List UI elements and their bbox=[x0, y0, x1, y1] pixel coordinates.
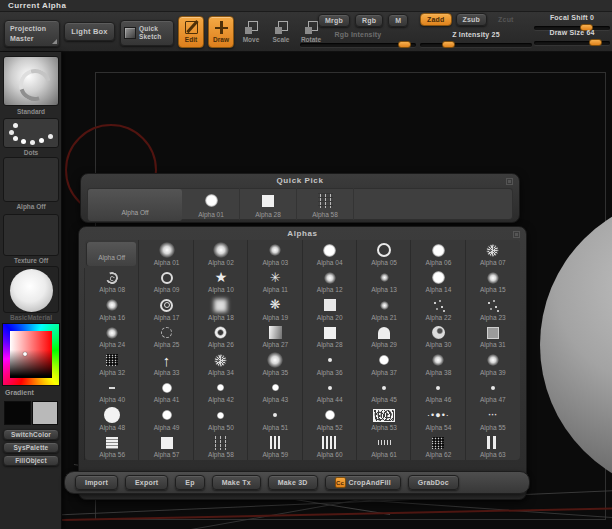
alpha-item[interactable]: Alpha 27 bbox=[248, 323, 302, 351]
sculpt-mode-button[interactable]: Zcut bbox=[491, 13, 521, 26]
alpha-item[interactable]: Alpha 39 bbox=[466, 350, 520, 378]
alpha-item[interactable]: Alpha 43 bbox=[248, 378, 302, 406]
alpha-item[interactable]: Alpha 08 bbox=[85, 268, 139, 296]
tray-button[interactable]: SysPalette bbox=[3, 442, 59, 453]
alpha-item[interactable]: Alpha 47 bbox=[466, 378, 520, 406]
alpha-slot-thumbnail[interactable] bbox=[3, 157, 59, 202]
alpha-item[interactable]: Alpha 28 bbox=[303, 323, 357, 351]
sculpt-mode-button[interactable]: Zsub bbox=[456, 13, 488, 26]
alpha-item[interactable]: Alpha 52 bbox=[303, 405, 357, 433]
gradient-toggle[interactable]: Gradient bbox=[0, 389, 62, 396]
mode-button[interactable]: Move bbox=[238, 16, 264, 48]
quick-pick-item[interactable]: Alpha 28 bbox=[240, 188, 297, 220]
material-thumbnail[interactable] bbox=[3, 266, 59, 313]
alpha-item[interactable]: Alpha 56 bbox=[85, 433, 139, 461]
alpha-item[interactable]: Alpha Off bbox=[87, 242, 136, 266]
alpha-item[interactable]: Alpha 48 bbox=[85, 405, 139, 433]
alpha-item[interactable]: Alpha 09 bbox=[139, 268, 193, 296]
alpha-item[interactable]: Alpha 45 bbox=[357, 378, 411, 406]
alphas-title[interactable]: Alphas bbox=[79, 229, 526, 238]
rgb-intensity-slider[interactable]: Rgb Intensity bbox=[300, 31, 416, 47]
alpha-item[interactable]: Alpha 07 bbox=[466, 240, 520, 268]
brush-thumbnail[interactable] bbox=[3, 56, 59, 106]
alpha-item[interactable]: Alpha 20 bbox=[303, 295, 357, 323]
alpha-item[interactable]: Alpha 01 bbox=[139, 240, 193, 268]
action-button[interactable]: Make Tx bbox=[212, 475, 261, 490]
z-intensity-track[interactable] bbox=[420, 43, 532, 47]
texture-slot-thumbnail[interactable] bbox=[3, 214, 59, 256]
color-mode-button[interactable]: Mrgb bbox=[318, 14, 350, 27]
alpha-item[interactable]: Alpha 22 bbox=[411, 295, 465, 323]
rgb-intensity-track[interactable] bbox=[300, 43, 416, 47]
alpha-item[interactable]: Alpha 17 bbox=[139, 295, 193, 323]
alpha-item[interactable]: Alpha 60 bbox=[303, 433, 357, 461]
rgb-intensity-handle[interactable] bbox=[398, 41, 411, 48]
panel-corner-icon[interactable] bbox=[513, 231, 520, 238]
alpha-item[interactable]: Alpha 57 bbox=[139, 433, 193, 461]
alpha-item[interactable]: Alpha 18 bbox=[194, 295, 248, 323]
alpha-item[interactable]: Alpha 12 bbox=[303, 268, 357, 296]
alpha-item[interactable]: Alpha 40 bbox=[85, 378, 139, 406]
alpha-item[interactable]: Alpha 13 bbox=[357, 268, 411, 296]
light-box-button[interactable]: Light Box bbox=[64, 22, 115, 41]
quick-pick-item[interactable]: Alpha 58 bbox=[297, 188, 354, 220]
alpha-item[interactable]: Alpha 29 bbox=[357, 323, 411, 351]
alpha-item[interactable]: Alpha 03 bbox=[248, 240, 302, 268]
stroke-thumbnail[interactable] bbox=[3, 118, 59, 148]
alpha-item[interactable]: Alpha 35 bbox=[248, 350, 302, 378]
mode-button[interactable]: Draw bbox=[208, 16, 234, 48]
alpha-item[interactable]: Alpha 23 bbox=[466, 295, 520, 323]
main-color-swatch[interactable] bbox=[4, 401, 31, 425]
alpha-item[interactable]: Alpha 15 bbox=[466, 268, 520, 296]
alpha-item[interactable]: Alpha 04 bbox=[303, 240, 357, 268]
alpha-item[interactable]: Alpha 11 bbox=[248, 268, 302, 296]
alpha-item[interactable]: Alpha 58 bbox=[194, 433, 248, 461]
alpha-item[interactable]: Alpha 59 bbox=[248, 433, 302, 461]
action-button[interactable]: CropAndFill bbox=[325, 475, 401, 490]
quick-pick-item[interactable]: Alpha 01 bbox=[183, 188, 240, 220]
alpha-item[interactable]: Alpha 38 bbox=[411, 350, 465, 378]
alpha-item[interactable]: Alpha 34 bbox=[194, 350, 248, 378]
quick-pick-title[interactable]: Quick Pick bbox=[81, 176, 519, 185]
alpha-item[interactable]: Alpha 06 bbox=[411, 240, 465, 268]
alpha-item[interactable]: Alpha 24 bbox=[85, 323, 139, 351]
draw-size-track[interactable] bbox=[534, 41, 610, 45]
alpha-item[interactable]: Alpha 63 bbox=[466, 433, 520, 461]
alpha-item[interactable]: Alpha 44 bbox=[303, 378, 357, 406]
alpha-item[interactable]: Alpha 42 bbox=[194, 378, 248, 406]
alpha-item[interactable]: Alpha 46 bbox=[411, 378, 465, 406]
alpha-item[interactable]: Alpha 31 bbox=[466, 323, 520, 351]
alpha-item[interactable]: Alpha 41 bbox=[139, 378, 193, 406]
alpha-item[interactable]: Alpha 10 bbox=[194, 268, 248, 296]
action-button[interactable]: Ep bbox=[175, 475, 204, 490]
alpha-item[interactable]: Alpha 49 bbox=[139, 405, 193, 433]
mode-button[interactable]: Edit bbox=[178, 16, 204, 48]
action-button[interactable]: Export bbox=[125, 475, 168, 490]
quick-pick-item[interactable]: Alpha Off bbox=[88, 189, 182, 221]
panel-corner-icon[interactable] bbox=[506, 178, 513, 185]
alpha-item[interactable]: Alpha 33 bbox=[139, 350, 193, 378]
alpha-item[interactable]: Alpha 14 bbox=[411, 268, 465, 296]
tray-button[interactable]: FillObject bbox=[3, 455, 59, 466]
secondary-color-swatch[interactable] bbox=[32, 401, 58, 425]
draw-size-slider[interactable]: Draw Size 64 bbox=[534, 29, 610, 45]
color-mode-button[interactable]: Rgb bbox=[355, 14, 383, 27]
alpha-item[interactable]: Alpha 30 bbox=[411, 323, 465, 351]
alpha-item[interactable]: Alpha 51 bbox=[248, 405, 302, 433]
alpha-item[interactable]: Alpha 02 bbox=[194, 240, 248, 268]
alpha-item[interactable]: Alpha 55 bbox=[466, 405, 520, 433]
alpha-item[interactable]: Alpha 32 bbox=[85, 350, 139, 378]
alpha-item[interactable]: Alpha 19 bbox=[248, 295, 302, 323]
alpha-item[interactable]: Alpha 37 bbox=[357, 350, 411, 378]
tray-button[interactable]: SwitchColor bbox=[3, 429, 59, 440]
alpha-item[interactable]: Alpha 54 bbox=[411, 405, 465, 433]
projection-master-button[interactable]: Projection Master bbox=[4, 20, 60, 47]
alpha-item[interactable]: Alpha 16 bbox=[85, 295, 139, 323]
alpha-item[interactable]: Alpha 26 bbox=[194, 323, 248, 351]
alpha-item[interactable]: Alpha 25 bbox=[139, 323, 193, 351]
mode-button[interactable]: Scale bbox=[268, 16, 294, 48]
alpha-item[interactable]: Alpha 05 bbox=[357, 240, 411, 268]
alpha-item[interactable]: Alpha 21 bbox=[357, 295, 411, 323]
color-mode-button[interactable]: M bbox=[388, 14, 408, 27]
action-button[interactable]: Import bbox=[75, 475, 118, 490]
